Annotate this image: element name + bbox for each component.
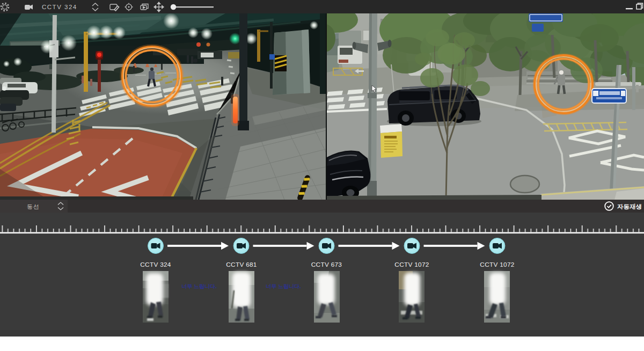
svg-text:CCTV 324: CCTV 324 [140, 261, 171, 268]
svg-text:CCTV 673: CCTV 673 [311, 261, 342, 268]
svg-text:CCTV 1072: CCTV 1072 [394, 261, 429, 268]
svg-text:자동재생: 자동재생 [617, 203, 642, 210]
svg-text:너무 느립니다.: 너무 느립니다. [266, 283, 301, 289]
svg-text:CCTV 1072: CCTV 1072 [480, 261, 514, 268]
svg-text:동선: 동선 [27, 203, 40, 210]
svg-text:너무 느립니다.: 너무 느립니다. [181, 283, 217, 289]
svg-text:CCTV 681: CCTV 681 [226, 261, 257, 268]
svg-text:CCTV 324: CCTV 324 [42, 4, 77, 10]
